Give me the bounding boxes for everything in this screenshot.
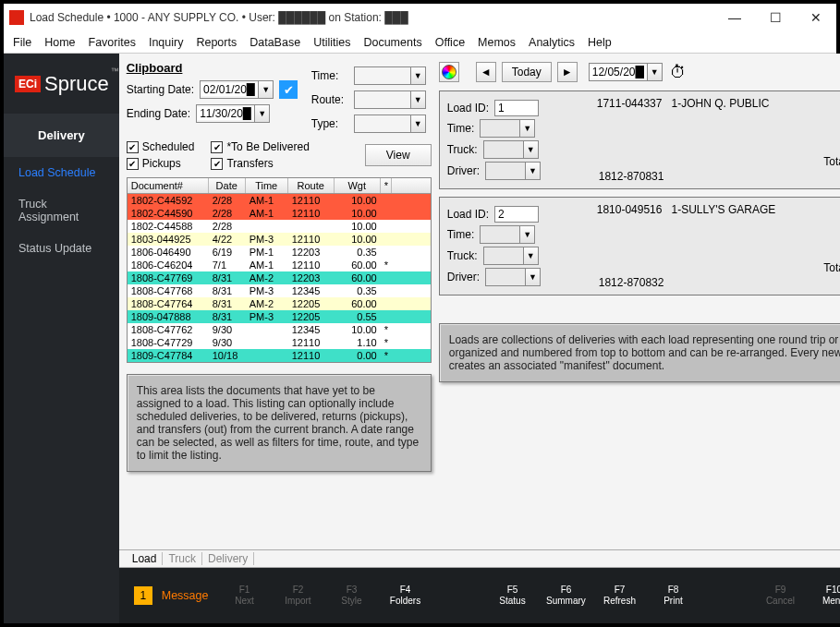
driver-combo[interactable]: ▼: [485, 268, 541, 286]
fkey-F2[interactable]: F2Import: [271, 585, 324, 607]
table-row[interactable]: 1808-C477299/30121101.10*: [128, 336, 431, 349]
table-row[interactable]: 1802-C445922/28AM-11211010.00: [128, 194, 431, 207]
menu-inquiry[interactable]: Inquiry: [149, 36, 184, 49]
menu-analytics[interactable]: Analytics: [529, 36, 575, 49]
sidebar-item-status-update[interactable]: Status Update: [4, 233, 119, 264]
message-badge[interactable]: 1: [134, 586, 152, 605]
chevron-down-icon[interactable]: ▼: [523, 247, 538, 264]
chevron-down-icon[interactable]: ▼: [523, 141, 538, 158]
menu-help[interactable]: Help: [588, 36, 612, 49]
load-card[interactable]: Load ID:Time:▼Truck:▼Driver:▼1711-044337…: [439, 90, 840, 189]
color-wheel-button[interactable]: [439, 62, 459, 82]
message-link[interactable]: Message: [162, 589, 209, 602]
fkey-F5[interactable]: F5Status: [485, 585, 539, 607]
table-row[interactable]: 1808-C477698/31AM-21220360.00: [128, 271, 431, 284]
load-card[interactable]: Load ID:Time:▼Truck:▼Driver:▼1810-049516…: [439, 197, 840, 295]
time-combo[interactable]: ▼: [480, 119, 535, 138]
type-filter-combo[interactable]: ▼: [354, 115, 426, 133]
today-button[interactable]: Today: [502, 62, 552, 82]
table-row[interactable]: 1806-0464906/19PM-1122030.35: [128, 246, 431, 259]
chevron-down-icon[interactable]: ▼: [410, 91, 425, 108]
close-button[interactable]: ✕: [796, 4, 836, 31]
table-row[interactable]: 1808-C477688/31PM-3123450.35: [128, 284, 431, 297]
menu-documents[interactable]: Documents: [363, 36, 421, 49]
tab-truck[interactable]: Truck: [163, 552, 202, 565]
fkey-F9[interactable]: F9Cancel: [753, 585, 807, 607]
truck-combo[interactable]: ▼: [483, 247, 539, 265]
menu-memos[interactable]: Memos: [478, 36, 516, 49]
menu-reports[interactable]: Reports: [196, 36, 237, 49]
driver-combo[interactable]: ▼: [485, 162, 541, 180]
tobedelivered-checkbox[interactable]: ✔*To Be Delivered: [211, 140, 309, 153]
prev-day-button[interactable]: ◄: [476, 62, 496, 82]
menu-database[interactable]: DataBase: [250, 36, 300, 49]
fkey-F3[interactable]: F3Style: [324, 585, 378, 607]
fkey-F4[interactable]: F4Folders: [378, 585, 432, 607]
next-day-button[interactable]: ►: [557, 62, 578, 82]
chevron-down-icon[interactable]: ▼: [525, 163, 540, 179]
stopwatch-icon[interactable]: ⏱: [668, 62, 688, 82]
table-row[interactable]: 1809-0478888/31PM-3122050.55: [128, 310, 431, 323]
tab-load[interactable]: Load: [127, 552, 164, 565]
chevron-down-icon[interactable]: ▼: [519, 226, 534, 243]
scheduled-checkbox[interactable]: ✔Scheduled: [127, 140, 195, 153]
table-row[interactable]: 1809-C4778410/18121100.00*: [128, 349, 431, 362]
pickups-checkbox[interactable]: ✔Pickups: [127, 157, 195, 170]
chevron-down-icon[interactable]: ▼: [647, 64, 662, 80]
transfers-checkbox[interactable]: ✔Transfers: [211, 157, 309, 170]
loadid-input[interactable]: [494, 100, 539, 116]
fkey-F8[interactable]: F8Print: [646, 585, 700, 607]
view-button[interactable]: View: [365, 144, 432, 166]
fkey-F1[interactable]: F1Next: [217, 585, 271, 607]
menu-utilities[interactable]: Utilities: [313, 36, 350, 49]
col-document[interactable]: Document#: [128, 178, 209, 193]
end-date-dropdown-icon[interactable]: ▼: [254, 105, 269, 122]
menu-file[interactable]: File: [13, 36, 31, 49]
fkey-F10[interactable]: F10Menu: [807, 585, 840, 607]
loads-date-input[interactable]: [590, 66, 647, 78]
route-filter-combo[interactable]: ▼: [354, 90, 426, 109]
chevron-down-icon[interactable]: ▼: [410, 67, 425, 84]
col-date[interactable]: Date: [209, 178, 246, 193]
end-date-input[interactable]: [197, 107, 254, 120]
end-date-field[interactable]: ▼: [196, 104, 270, 123]
table-row[interactable]: 1803-0449254/22PM-31211010.00: [128, 233, 431, 246]
cell-star: *: [381, 323, 392, 336]
fkey-F6[interactable]: F6Summary: [539, 585, 592, 607]
col-wgt[interactable]: Wgt: [335, 178, 381, 193]
tab-delivery[interactable]: Delivery: [202, 552, 254, 565]
chevron-down-icon[interactable]: ▼: [410, 115, 425, 132]
start-date-dropdown-icon[interactable]: ▼: [258, 81, 273, 98]
cell-date: 10/18: [209, 349, 246, 362]
loads-date-field[interactable]: ▼: [589, 63, 663, 81]
table-row[interactable]: 1802-C445902/28AM-11211010.00: [128, 207, 431, 220]
table-row[interactable]: 1806-C462047/1AM-11211060.00*: [128, 259, 431, 271]
time-combo[interactable]: ▼: [480, 225, 535, 244]
chevron-down-icon[interactable]: ▼: [519, 120, 534, 137]
clipboard-grid[interactable]: Document# Date Time Route Wgt * 1802-C44…: [127, 177, 432, 363]
start-date-field[interactable]: ▼: [200, 80, 274, 99]
bottom-tabs: Load Truck Delivery Document: [119, 549, 840, 568]
col-time[interactable]: Time: [246, 178, 288, 193]
maximize-button[interactable]: ☐: [755, 4, 796, 31]
start-date-apply-button[interactable]: ✔: [279, 80, 298, 99]
chevron-down-icon[interactable]: ▼: [525, 269, 540, 285]
sidebar-item-load-schedule[interactable]: Load Schedule: [4, 157, 119, 188]
time-filter-combo[interactable]: ▼: [354, 66, 426, 85]
minimize-button[interactable]: —: [714, 4, 755, 31]
menu-office[interactable]: Office: [435, 36, 465, 49]
start-date-input[interactable]: [201, 83, 258, 96]
table-row[interactable]: 1808-C477648/31AM-21220560.00: [128, 297, 431, 310]
table-row[interactable]: 1808-C477629/301234510.00*: [128, 323, 431, 336]
fkey-F7[interactable]: F7Refresh: [592, 585, 646, 607]
cell-star: *: [381, 336, 392, 349]
truck-combo[interactable]: ▼: [483, 140, 539, 159]
col-star[interactable]: *: [381, 178, 392, 193]
col-route[interactable]: Route: [288, 178, 335, 193]
loadid-input[interactable]: [494, 206, 539, 223]
sidebar-item-truck-assignment[interactable]: Truck Assignment: [4, 188, 119, 233]
sidebar: ECi Spruce ™ Delivery Load ScheduleTruck…: [4, 54, 119, 623]
menu-favorites[interactable]: Favorites: [89, 36, 136, 49]
table-row[interactable]: 1802-C445882/2810.00: [128, 220, 431, 233]
menu-home[interactable]: Home: [44, 36, 75, 49]
